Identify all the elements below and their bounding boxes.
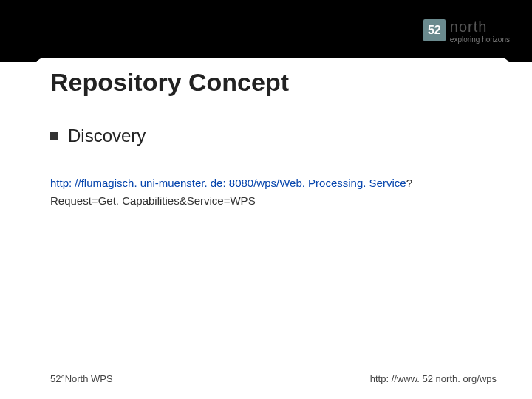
url-line-1: http: //flumagisch. uni-muenster. de: 80… [50,174,497,192]
slide: 52 north exploring horizons Repository C… [0,0,532,399]
logo: 52 north exploring horizons [423,19,510,44]
logo-sub: exploring horizons [450,36,510,44]
url-block: http: //flumagisch. uni-muenster. de: 80… [50,174,497,210]
footer-right: http: //www. 52 north. org/wps [370,373,497,384]
footer-left: 52°North WPS [50,373,113,384]
body: Discovery http: //flumagisch. uni-muenst… [50,126,497,210]
url-question-mark: ? [406,177,412,189]
bullet-row: Discovery [50,126,497,146]
url-line-2: Request=Get. Capabilities&Service=WPS [50,192,497,210]
bullet-text: Discovery [68,126,146,146]
logo-main: north [450,19,510,34]
square-bullet-icon [50,132,58,140]
title-container: Repository Concept [35,58,510,106]
page-title: Repository Concept [50,68,289,97]
logo-text: north exploring horizons [450,19,510,44]
url-link[interactable]: http: //flumagisch. uni-muenster. de: 80… [50,177,406,189]
footer: 52°North WPS http: //www. 52 north. org/… [50,373,497,384]
logo-square-icon: 52 [423,19,446,41]
